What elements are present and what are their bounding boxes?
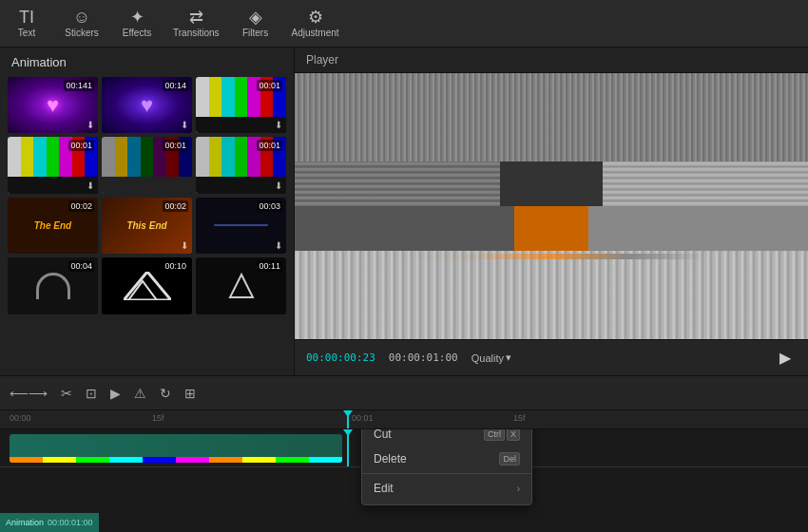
animation-grid: 00:141 ⬇ 00:14 ⬇ 00:01 [0,77,294,322]
playhead-track [347,429,349,466]
cut-icon[interactable]: ✂ [61,386,72,401]
playhead[interactable] [347,410,349,428]
right-panel: Player 00:00:00:23 00:00:01:00 [295,48,808,375]
player-controls: 00:00:00:23 00:00:01:00 Quality ▾ ▶ [295,339,808,375]
chevron-down-icon: ▾ [506,352,511,364]
list-item[interactable]: 00:01 ⬇ [8,137,98,193]
speed-icon[interactable]: ⚠ [134,386,146,401]
context-menu-cut[interactable]: Cut Ctrl X [362,429,531,446]
ruler-mark: 00:00 [10,413,31,423]
quality-button[interactable]: Quality ▾ [471,352,511,364]
track-clip[interactable] [10,434,342,463]
toolbar-item-filters[interactable]: ◈ Filters [237,9,275,38]
list-item[interactable]: 00:14 ⬇ [102,77,192,133]
submenu-arrow-icon: › [517,484,520,494]
transitions-icon: ⇄ [189,9,203,26]
toolbar-item-stickers[interactable]: ☺ Stickers [63,9,101,38]
ruler-mark: 15f [152,413,164,423]
context-menu-delete[interactable]: Delete Del [362,446,531,471]
list-item[interactable]: 00:01 [102,137,192,193]
bottom-area: ⟵⟶ ✂ ⊡ ▶ ⚠ ↻ ⊞ 00:00 15f 00:01 15f [0,375,808,532]
left-panel: Animation 00:141 ⬇ 00:14 ⬇ [0,48,295,375]
list-item[interactable]: 00:04 [8,257,98,314]
download-icon[interactable]: ⬇ [275,180,282,191]
context-menu: Copy Ctrl C Cut Ctrl X Delete Del [361,429,532,505]
ruler-mark: 00:01 [352,413,374,423]
main-area: Animation 00:141 ⬇ 00:14 ⬇ [0,48,808,375]
timeline-toolbar: ⟵⟶ ✂ ⊡ ▶ ⚠ ↻ ⊞ [0,376,808,410]
svg-marker-2 [230,275,253,297]
toolbar-item-text[interactable]: TI Text [8,9,46,38]
effects-icon: ✦ [130,9,144,26]
list-item[interactable]: 00:03 ⬇ [196,198,286,254]
list-item[interactable]: 00:141 ⬇ [8,77,98,133]
download-icon[interactable]: ⬇ [87,180,94,191]
text-icon: TI [19,9,34,26]
download-icon[interactable]: ⬇ [87,120,94,130]
timeline-ruler[interactable]: 00:00 15f 00:01 15f [0,410,808,429]
toolbar-item-adjustment[interactable]: ⚙ Adjustment [292,9,339,38]
list-item[interactable]: 00:10 [102,257,192,314]
time-total: 00:00:01:00 [389,352,458,364]
adjustment-icon: ⚙ [308,9,323,26]
toolbar-item-effects[interactable]: ✦ Effects [118,9,156,38]
crop-icon[interactable]: ⊡ [86,386,97,401]
play-icon: ▶ [779,349,791,367]
track-label: Animation 00:00:01:00 [0,513,99,532]
list-item[interactable]: 00:01 ⬇ [196,77,286,133]
split-tool-icon[interactable]: ⟵⟶ [10,386,48,401]
list-item[interactable]: 00:01 ⬇ [196,137,286,193]
ruler-mark: 15f [513,413,526,423]
time-current: 00:00:00:23 [306,352,375,364]
play-button[interactable]: ▶ [774,347,797,370]
download-icon[interactable]: ⬇ [275,120,282,130]
download-icon[interactable]: ⬇ [181,120,188,130]
toolbar-item-transitions[interactable]: ⇄ Transitions [173,9,220,38]
player-title: Player [295,48,808,73]
timeline-tracks: Animation 00:00:01:00 Copy Ctrl C Cut Ct… [0,429,808,532]
download-icon[interactable]: ⬇ [275,240,282,251]
stickers-icon: ☺ [73,9,90,26]
grid-icon[interactable]: ⊞ [184,386,196,401]
panel-title: Animation [0,48,294,77]
play-timeline-icon[interactable]: ▶ [110,386,121,401]
filters-icon: ◈ [249,9,262,26]
list-item[interactable]: This End 00:02 ⬇ [102,198,192,254]
top-toolbar: TI Text ☺ Stickers ✦ Effects ⇄ Transitio… [0,0,808,48]
context-menu-divider [362,473,531,474]
rotate-icon[interactable]: ↻ [160,386,171,401]
context-menu-edit[interactable]: Edit › [362,476,531,501]
player-video [295,73,808,339]
list-item[interactable]: The End 00:02 [8,198,98,254]
list-item[interactable]: 00:11 [196,257,286,314]
download-icon[interactable]: ⬇ [181,240,188,251]
